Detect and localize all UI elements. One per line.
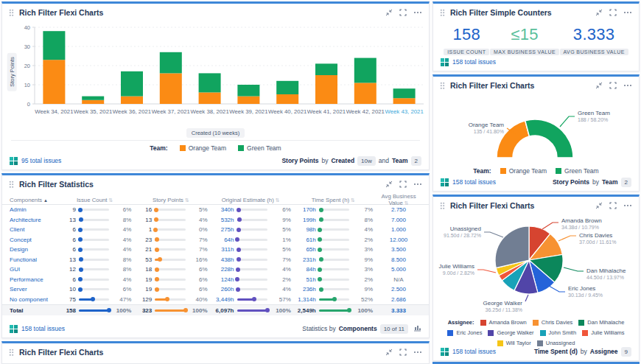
original-estimate-link[interactable]: 311h: [211, 246, 234, 253]
drag-handle-icon[interactable]: [440, 82, 445, 89]
time-spent-link[interactable]: 84h: [294, 266, 316, 273]
counter-value[interactable]: 158: [444, 26, 489, 43]
more-icon[interactable]: [623, 202, 632, 209]
collapse-icon[interactable]: [595, 9, 603, 16]
drag-handle-icon[interactable]: [440, 202, 445, 209]
more-icon[interactable]: [623, 9, 632, 16]
component-link[interactable]: Functional: [10, 256, 55, 263]
component-link[interactable]: Architecture: [10, 217, 55, 223]
more-icon[interactable]: [413, 181, 422, 188]
original-estimate-link[interactable]: 64h: [211, 237, 234, 243]
bar-segment-green-team[interactable]: [393, 88, 416, 98]
column-header[interactable]: Story Points ⇅: [134, 197, 207, 203]
component-link[interactable]: Server: [10, 286, 55, 293]
original-estimate-link[interactable]: 260h: [211, 286, 234, 293]
avg-business-value[interactable]: 1.000: [376, 226, 421, 233]
pie-slice-unassigned[interactable]: [495, 226, 529, 268]
avg-business-value[interactable]: 2.500: [376, 286, 421, 293]
counter-value[interactable]: 3.333: [560, 26, 628, 43]
time-spent-link[interactable]: 98h: [294, 226, 316, 233]
bar-segment-green-team[interactable]: [315, 63, 337, 75]
bar-segment-green-team[interactable]: [237, 85, 259, 97]
column-header[interactable]: Time Spent (h) ⇅: [294, 197, 373, 203]
x-tick-label[interactable]: Week 43, 2021: [385, 108, 423, 115]
original-estimate-link[interactable]: 228h: [211, 266, 234, 273]
collapse-icon[interactable]: [385, 349, 393, 356]
bar-segment-green-team[interactable]: [43, 31, 65, 60]
component-link[interactable]: Performance: [10, 276, 55, 283]
bar-segment-orange-team[interactable]: [43, 60, 65, 104]
counter-value[interactable]: ≤15: [490, 26, 559, 43]
component-link[interactable]: Admin: [10, 206, 55, 213]
assignee-legend-item[interactable]: Dan Mihalache: [578, 319, 624, 326]
column-header[interactable]: Issue Count ⇅: [58, 197, 131, 203]
drag-handle-icon[interactable]: [440, 9, 445, 16]
avg-business-value[interactable]: 3.500: [376, 246, 421, 253]
component-link[interactable]: No component: [10, 296, 55, 303]
bar-segment-orange-team[interactable]: [199, 92, 221, 104]
fullscreen-icon[interactable]: [399, 349, 407, 356]
donut-slice-green-team[interactable]: [525, 119, 573, 158]
avg-business-value[interactable]: 8.500: [376, 256, 421, 263]
drag-handle-icon[interactable]: [9, 181, 14, 188]
fullscreen-icon[interactable]: [609, 9, 617, 16]
bar-segment-orange-team[interactable]: [160, 73, 182, 104]
bar-segment-orange-team[interactable]: [393, 98, 416, 104]
bar-segment-orange-team[interactable]: [354, 83, 376, 104]
collapse-icon[interactable]: [595, 202, 603, 209]
more-icon[interactable]: [413, 349, 422, 356]
avg-business-value[interactable]: 3.333: [376, 307, 421, 314]
count-badge[interactable]: 2: [411, 156, 421, 166]
fullscreen-icon[interactable]: [609, 202, 617, 209]
total-issues-link[interactable]: 158 total issues: [441, 348, 496, 356]
fullscreen-icon[interactable]: [609, 82, 617, 89]
count-badge[interactable]: 9: [621, 347, 631, 357]
original-estimate-link[interactable]: 275h: [211, 226, 234, 233]
avg-business-value[interactable]: 12.000: [376, 237, 421, 243]
time-spent-link[interactable]: 51h: [294, 276, 316, 283]
bar-segment-orange-team[interactable]: [121, 97, 143, 104]
bar-segment-orange-team[interactable]: [237, 97, 259, 104]
bar-segment-orange-team[interactable]: [315, 75, 337, 104]
bar-segment-green-team[interactable]: [121, 71, 143, 97]
component-link[interactable]: Client: [10, 226, 55, 233]
time-spent-link[interactable]: 61h: [294, 237, 316, 243]
bar-segment-orange-team[interactable]: [276, 94, 298, 104]
column-header[interactable]: Components ▲: [10, 197, 55, 203]
time-spent-link[interactable]: 170h: [294, 206, 316, 213]
column-header[interactable]: Original Estimate (h) ⇅: [211, 197, 291, 203]
bar-segment-orange-team[interactable]: [82, 100, 104, 104]
bar-segment-green-team[interactable]: [160, 52, 182, 74]
original-estimate-link[interactable]: 3,449h: [211, 296, 234, 303]
time-spent-link[interactable]: 199h: [294, 217, 316, 223]
time-spent-link[interactable]: 231h: [294, 256, 316, 263]
bar-segment-green-team[interactable]: [199, 73, 221, 92]
rows-badge[interactable]: 10 of 11: [380, 324, 408, 334]
period-badge[interactable]: 10w: [357, 156, 376, 166]
collapse-icon[interactable]: [385, 9, 393, 16]
avg-business-value[interactable]: 7.000: [376, 217, 421, 223]
assignee-legend-item[interactable]: George Walker: [488, 329, 533, 336]
assignee-legend-item[interactable]: Eric Jones: [447, 329, 482, 336]
bar-segment-green-team[interactable]: [82, 97, 104, 100]
original-estimate-link[interactable]: 438h: [211, 256, 234, 263]
original-estimate-link[interactable]: 124h: [211, 276, 234, 283]
drag-handle-icon[interactable]: [9, 9, 14, 16]
time-spent-link[interactable]: 1,314h: [294, 296, 316, 303]
fullscreen-icon[interactable]: [399, 181, 407, 188]
team-legend-item[interactable]: Green Team: [238, 144, 281, 152]
bar-chart-toggle-icon[interactable]: [413, 324, 421, 333]
component-link[interactable]: Concept: [10, 237, 55, 243]
column-header[interactable]: Avg Business Value ⇅: [376, 193, 421, 206]
drag-handle-icon[interactable]: [9, 349, 14, 356]
collapse-icon[interactable]: [595, 82, 603, 89]
more-icon[interactable]: [413, 9, 422, 16]
bar-segment-green-team[interactable]: [276, 81, 298, 94]
original-estimate-link[interactable]: 532h: [211, 217, 234, 223]
original-estimate-link[interactable]: 340h: [211, 206, 234, 213]
more-icon[interactable]: [623, 82, 632, 89]
total-issues-link[interactable]: 158 total issues: [441, 58, 496, 66]
collapse-icon[interactable]: [385, 181, 393, 188]
avg-business-value[interactable]: 2.686: [376, 296, 421, 303]
time-spent-link[interactable]: 65h: [294, 246, 316, 253]
